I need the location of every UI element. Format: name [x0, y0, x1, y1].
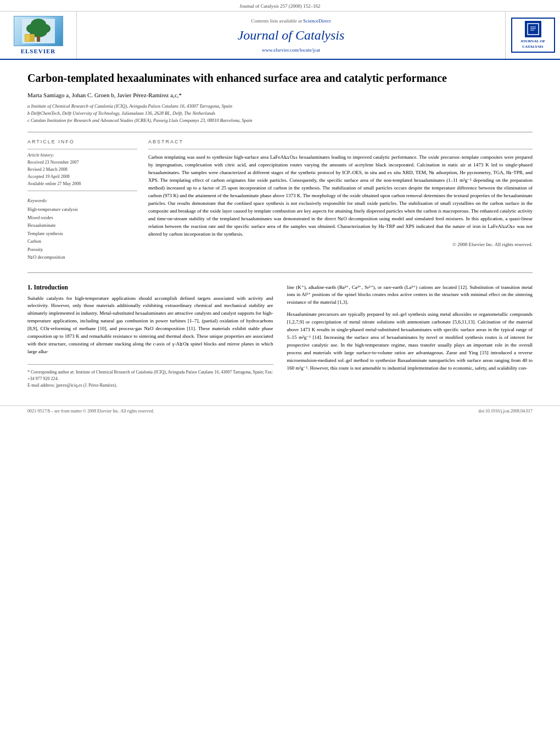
svg-rect-5 — [37, 36, 40, 42]
date-available: Available online 27 May 2008 — [27, 181, 137, 188]
intro-section-num: 1. — [27, 284, 32, 291]
svg-rect-9 — [528, 24, 539, 35]
journal-main-title: Journal of Catalysis — [238, 28, 345, 43]
keyword-5: Carbon — [27, 237, 137, 245]
page-wrapper: Journal of Catalysis 257 (2008) 152–162 — [0, 0, 560, 416]
history-label: Article history: — [27, 153, 137, 158]
affiliation-a: a Institute of Chemical Research of Cata… — [27, 103, 533, 110]
doi-text: doi:10.1016/j.jcat.2008.04.017 — [479, 409, 533, 414]
elsevier-text: ELSEVIER — [21, 48, 56, 54]
keyword-3: Hexaaluminate — [27, 221, 137, 229]
keyword-4: Template synthesis — [27, 230, 137, 237]
authors-text: Marta Santiago a, Johan C. Groen b, Javi… — [27, 92, 182, 98]
abstract-header: ABSTRACT — [148, 139, 533, 144]
sciencedirect-link[interactable]: ScienceDirect — [303, 18, 331, 24]
divider-after-affiliations — [27, 132, 533, 132]
keywords-label: Keywords: — [27, 198, 137, 203]
journal-badge: JOURNAL OF CATALYSIS — [511, 18, 555, 52]
footnote-section: * Corresponding author at: Institute of … — [27, 364, 273, 389]
footnote-star: * Corresponding author at: Institute of … — [27, 369, 273, 382]
footnote-email: E-mail address: jperez@iciq.es (J. Pérez… — [27, 382, 273, 389]
date-received: Received 23 November 2007 — [27, 159, 137, 166]
abstract-box: Carbon templating was used to synthesize… — [148, 149, 533, 247]
elsevier-logo-image — [14, 16, 63, 46]
header-left: ELSEVIER — [0, 12, 77, 59]
intro-paragraph-right-1: line (K⁺), alkaline-earth (Ba²⁺, Ca²⁺, S… — [287, 284, 533, 307]
journal-top-bar: Journal of Catalysis 257 (2008) 152–162 — [0, 0, 560, 12]
elsevier-logo: ELSEVIER — [14, 16, 63, 54]
info-abstract-columns: ARTICLE INFO Article history: Received 2… — [27, 139, 533, 261]
header-section: ELSEVIER Contents lists available at Sci… — [0, 12, 560, 60]
elsevier-tree-svg — [22, 19, 55, 43]
journal-badge-text: JOURNAL OF CATALYSIS — [516, 39, 551, 49]
copyright-line: © 2008 Elsevier Inc. All rights reserved… — [148, 242, 533, 247]
keyword-7: N₂O decomposition — [27, 253, 137, 261]
journal-url: www.elsevier.com/locate/jcat — [262, 47, 320, 53]
intro-title-text: Introduction — [34, 284, 68, 291]
issn-text: 0021-9517/$ – see front matter © 2008 El… — [27, 409, 154, 414]
sciencedirect-line: Contents lists available at ScienceDirec… — [251, 18, 331, 24]
journal-badge-icon — [525, 21, 541, 37]
body-columns: 1. Introduction Suitable catalysts for h… — [27, 284, 533, 389]
affiliation-c: c Catalan Institution for Research and A… — [27, 117, 533, 124]
affiliations: a Institute of Chemical Research of Cata… — [27, 103, 533, 124]
body-left-column: 1. Introduction Suitable catalysts for h… — [27, 284, 273, 389]
article-authors: Marta Santiago a, Johan C. Groen b, Javi… — [27, 92, 533, 98]
bottom-bar: 0021-9517/$ – see front matter © 2008 El… — [0, 405, 560, 416]
svg-rect-7 — [25, 35, 30, 41]
abstract-text: Carbon templating was used to synthesize… — [148, 154, 533, 238]
article-content: Carbon-templated hexaaluminates with enh… — [0, 60, 560, 400]
body-section: 1. Introduction Suitable catalysts for h… — [27, 272, 533, 389]
keywords-section: Keywords: High-temperature catalysis Mix… — [27, 198, 137, 261]
article-history-box: Article history: Received 23 November 20… — [27, 149, 137, 191]
affiliation-b: b DelftChemTech, Delft University of Tec… — [27, 110, 533, 117]
article-info-column: ARTICLE INFO Article history: Received 2… — [27, 139, 137, 261]
keyword-6: Porosity — [27, 246, 137, 253]
intro-section-title: 1. Introduction — [27, 284, 273, 291]
article-title: Carbon-templated hexaaluminates with enh… — [27, 71, 533, 85]
body-right-column: line (K⁺), alkaline-earth (Ba²⁺, Ca²⁺, S… — [287, 284, 533, 389]
date-revised: Revised 2 March 2008 — [27, 166, 137, 174]
abstract-column: ABSTRACT Carbon templating was used to s… — [148, 139, 533, 261]
date-accepted: Accepted 19 April 2008 — [27, 174, 137, 181]
svg-rect-8 — [30, 35, 34, 41]
keyword-1: High-temperature catalysis — [27, 205, 137, 213]
header-center: Contents lists available at ScienceDirec… — [77, 12, 505, 59]
keyword-2: Mixed oxides — [27, 214, 137, 221]
contents-available-text: Contents lists available at — [251, 18, 302, 24]
journal-citation: Journal of Catalysis 257 (2008) 152–162 — [239, 3, 320, 9]
header-right: JOURNAL OF CATALYSIS — [505, 12, 560, 59]
intro-paragraph-right-2: Hexaaluminate precursors are typically p… — [287, 311, 533, 372]
badge-svg — [527, 23, 540, 36]
intro-paragraph-1: Suitable catalysts for high-temperature … — [27, 295, 273, 356]
article-info-header: ARTICLE INFO — [27, 139, 137, 144]
